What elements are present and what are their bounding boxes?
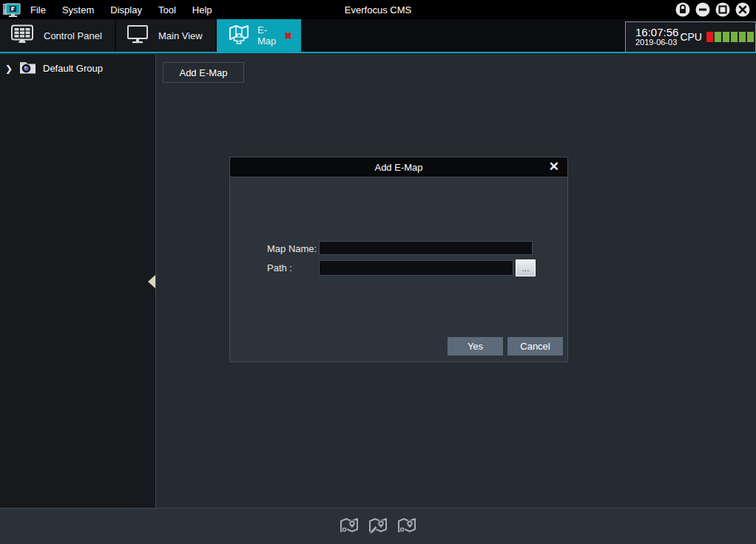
- emap-tree-sidebar: ❯ Default Group: [0, 55, 156, 509]
- menu-system[interactable]: System: [54, 4, 102, 16]
- cpu-meter: [706, 32, 756, 42]
- map-name-input[interactable]: [319, 241, 533, 255]
- tree-item-label: Default Group: [43, 63, 103, 74]
- tab-label: Control Panel: [44, 30, 102, 41]
- tab-label: Main View: [158, 30, 203, 41]
- cpu-meter-segment: [747, 32, 754, 42]
- cpu-label: CPU: [680, 31, 702, 43]
- path-input[interactable]: [319, 260, 513, 276]
- add-emap-button[interactable]: Add E-Map: [163, 62, 244, 83]
- camera-folder-icon: [19, 61, 36, 76]
- cpu-meter-segment: [731, 32, 738, 42]
- chevron-right-icon[interactable]: ❯: [5, 64, 13, 74]
- monitor-icon: [126, 24, 149, 47]
- add-map-icon[interactable]: [339, 515, 360, 537]
- cpu-meter-segment: [715, 32, 721, 42]
- window-controls: [675, 2, 756, 17]
- minimize-icon[interactable]: [695, 2, 710, 17]
- clock-time: 16:07:56: [635, 27, 678, 38]
- dialog-titlebar: Add E-Map ✕: [230, 157, 567, 177]
- app-logo-icon: [1, 1, 22, 18]
- grid-icon: [10, 24, 34, 47]
- edit-map-icon[interactable]: [368, 515, 388, 537]
- clock: 16:07:56 2019-06-03: [635, 27, 678, 47]
- cpu-meter-segment: [739, 32, 746, 42]
- tab-close-icon[interactable]: ✖: [284, 31, 292, 41]
- remove-map-icon[interactable]: [396, 515, 417, 537]
- add-emap-dialog: Add E-Map ✕ Map Name: Path : ... Yes Can…: [229, 157, 568, 362]
- menu-help[interactable]: Help: [184, 4, 220, 16]
- tree-item-default-group[interactable]: ❯ Default Group: [0, 55, 155, 82]
- menubar: File System Display Tool Help Everfocus …: [0, 0, 756, 19]
- clock-cpu-panel: 16:07:56 2019-06-03 CPU: [625, 21, 756, 52]
- maximize-icon[interactable]: [715, 2, 730, 17]
- lock-icon[interactable]: [675, 2, 690, 17]
- menu-display[interactable]: Display: [102, 4, 150, 16]
- sidebar-collapse-handle[interactable]: [148, 275, 155, 288]
- tabbar: Control Panel Main View E-Map: [0, 19, 756, 53]
- cpu-meter-segment: [723, 32, 729, 42]
- tab-label: E-Map: [257, 24, 276, 47]
- clock-date: 2019-06-03: [635, 38, 678, 47]
- tab-control-panel[interactable]: Control Panel: [0, 19, 115, 52]
- everfocus-cms-window: { "colors": { "accent": "#0aa3b8", "tab_…: [0, 0, 756, 544]
- window-title: Everfocus CMS: [345, 4, 411, 16]
- path-label: Path :: [267, 262, 292, 273]
- map-name-label: Map Name:: [267, 243, 317, 254]
- tab-emap[interactable]: E-Map ✖: [217, 19, 301, 52]
- cancel-button[interactable]: Cancel: [507, 337, 563, 356]
- dialog-close-icon[interactable]: ✕: [549, 159, 559, 174]
- menu-tool[interactable]: Tool: [150, 4, 184, 16]
- dialog-title: Add E-Map: [374, 162, 422, 173]
- browse-button[interactable]: ...: [516, 259, 536, 276]
- menu-file[interactable]: File: [22, 4, 54, 16]
- cpu-meter-segment: [706, 32, 713, 42]
- map-icon: [227, 24, 251, 48]
- yes-button[interactable]: Yes: [448, 337, 503, 356]
- emap-toolbar: [0, 509, 756, 544]
- tab-main-view[interactable]: Main View: [116, 19, 215, 52]
- close-icon[interactable]: [735, 2, 750, 17]
